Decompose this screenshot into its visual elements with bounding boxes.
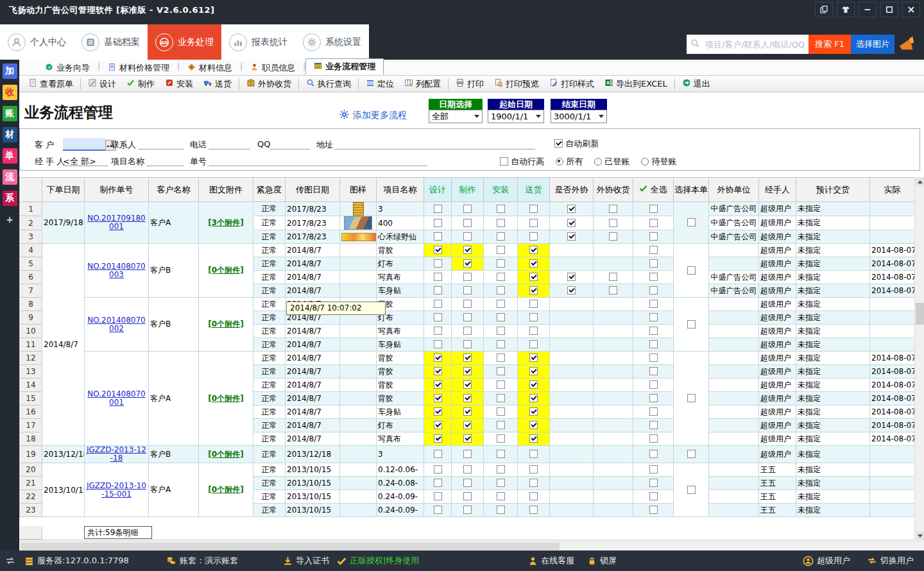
order-link[interactable]: NO.201408070002 [87,316,145,333]
deliver-checkbox[interactable] [529,286,538,294]
design-checkbox[interactable] [434,313,442,321]
make-checkbox[interactable] [463,434,472,443]
make-checkbox[interactable] [463,259,472,268]
toolbar-退出[interactable]: 退出 [677,76,715,92]
install-checkbox[interactable] [497,327,505,335]
date-filter-dropdown[interactable]: 全部 [429,110,483,123]
make-checkbox[interactable] [463,354,472,362]
select-order-checkbox[interactable] [687,450,696,458]
col-header-紧急度[interactable]: 紧急度 [253,178,286,202]
date-filter-dropdown[interactable]: 3000/1/1 [551,110,607,123]
sidebar-quick-单[interactable]: 单 [3,148,17,164]
install-checkbox[interactable] [497,313,505,321]
col-header-经手人[interactable]: 经手人 [759,178,796,202]
outsourced-checkbox[interactable] [567,232,576,241]
horizontal-scroll-thumb[interactable] [21,543,560,550]
handler-select[interactable]: <全 部> [63,156,108,166]
toolbar-查看原单[interactable]: 查看原单 [23,76,78,92]
module-tab-基础档案[interactable]: 基础档案 [74,24,148,60]
col-header-外协单位[interactable]: 外协单位 [709,178,759,202]
select-all-checkbox[interactable] [649,273,658,281]
outsource-recv-checkbox[interactable] [609,205,617,213]
col-header-num[interactable] [20,178,42,202]
deliver-checkbox[interactable] [529,465,538,473]
design-checkbox[interactable] [434,354,442,362]
add-flow-link[interactable]: 添加更多流程 [339,109,407,122]
make-checkbox[interactable] [463,479,472,487]
deliver-checkbox[interactable] [529,340,538,348]
select-all-checkbox[interactable] [649,380,658,389]
module-tab-报表统计[interactable]: 报表统计 [221,24,295,60]
deliver-checkbox[interactable] [529,219,538,227]
install-checkbox[interactable] [497,492,505,500]
make-checkbox[interactable] [463,380,472,389]
toolbar-打印[interactable]: 打印 [450,76,489,92]
select-all-checkbox[interactable] [649,354,658,362]
order-link[interactable]: JGZZD-2013-12-18 [87,446,146,463]
make-checkbox[interactable] [463,313,472,321]
col-header-是否外协[interactable]: 是否外协 [550,178,594,202]
install-checkbox[interactable] [497,450,505,458]
sidebar-quick-材[interactable]: 材 [3,127,17,142]
make-checkbox[interactable] [463,492,472,500]
theme-shirt-icon[interactable] [837,2,855,17]
module-tab-系统设置[interactable]: 系统设置 [295,24,369,60]
design-checkbox[interactable] [434,434,442,443]
outsourced-checkbox[interactable] [567,219,576,227]
attachments-link[interactable]: [0个附件] [208,320,243,328]
address-input[interactable] [334,139,535,149]
design-checkbox[interactable] [434,492,442,500]
deliver-checkbox[interactable] [529,394,538,402]
col-header-制作[interactable]: 制作 [452,178,484,202]
install-checkbox[interactable] [497,300,505,308]
make-checkbox[interactable] [463,205,472,213]
scroll-down-icon[interactable] [916,531,924,540]
make-checkbox[interactable] [463,421,472,429]
select-all-checkbox[interactable] [649,313,658,321]
install-checkbox[interactable] [497,394,505,402]
attachments-link[interactable]: [0个附件] [208,266,243,275]
toolbar-执行查询[interactable]: 执行查询 [301,76,356,92]
search-input[interactable] [704,39,809,50]
design-checkbox[interactable] [434,219,442,227]
order-link[interactable]: NO.201709180001 [87,214,145,231]
attachments-link[interactable]: [0个附件] [208,485,243,494]
order-link[interactable]: NO.201408070003 [87,262,145,279]
toolbar-设计[interactable]: 设计 [83,76,121,92]
contact-input[interactable] [139,139,184,149]
design-checkbox[interactable] [434,394,442,402]
design-checkbox[interactable] [434,273,442,281]
col-header-外协收货[interactable]: 外协收货 [594,178,633,202]
install-checkbox[interactable] [497,407,505,416]
select-all-checkbox[interactable] [649,219,658,227]
toolbar-导出到EXCEL[interactable]: 导出到EXCEL [599,76,672,92]
deliver-checkbox[interactable] [529,313,538,321]
col-header-安装[interactable]: 安装 [484,178,518,202]
sample-thumbnail[interactable] [344,216,372,230]
select-order-checkbox[interactable] [687,320,696,328]
customer-input[interactable] [63,138,105,151]
toolbar-列配置[interactable]: 列配置 [399,76,446,92]
qq-input[interactable] [270,139,310,149]
install-checkbox[interactable] [497,465,505,473]
select-all-checkbox[interactable] [649,286,658,294]
install-checkbox[interactable] [497,380,505,389]
install-checkbox[interactable] [497,273,505,281]
make-checkbox[interactable] [463,232,472,241]
sidebar-quick-收[interactable]: 收 [3,85,17,100]
design-checkbox[interactable] [434,450,442,458]
radio-icon[interactable] [641,158,649,166]
design-checkbox[interactable] [434,367,442,375]
order-link[interactable]: NO.201408070001 [87,389,145,407]
outsource-recv-checkbox[interactable] [609,286,617,294]
install-checkbox[interactable] [497,340,505,348]
radio-已登账[interactable]: 已登账 [594,157,629,166]
make-checkbox[interactable] [463,506,472,514]
design-checkbox[interactable] [434,205,442,213]
auto-rowheight-checkbox[interactable] [500,157,508,166]
make-checkbox[interactable] [463,450,472,458]
install-checkbox[interactable] [497,479,505,487]
deliver-checkbox[interactable] [529,273,538,281]
design-checkbox[interactable] [434,479,442,487]
col-header-全选[interactable]: 全选 [633,178,674,202]
